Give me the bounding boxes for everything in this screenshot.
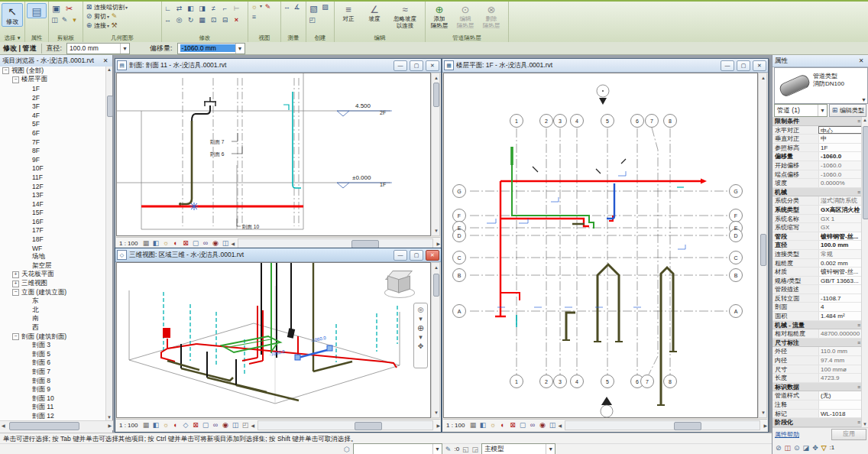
tree-expander-icon[interactable] (24, 307, 30, 313)
section-close-button[interactable]: ✕ (426, 60, 439, 71)
tree-expander-icon[interactable] (24, 245, 30, 251)
tree-item[interactable]: 剖面 6 (0, 359, 107, 368)
tree-expander-icon[interactable] (24, 352, 30, 357)
cope-dropdown-arrow[interactable]: ▾ (125, 5, 128, 10)
tree-item[interactable]: 剖面 8 (0, 377, 107, 386)
property-row[interactable]: 偏移量 -1060.0 (772, 152, 863, 161)
editable-only-icon[interactable]: ✎ (445, 446, 452, 453)
property-row[interactable]: 坡度 0.0000% (772, 179, 863, 188)
sun-path-icon[interactable]: ☼ (161, 239, 170, 248)
properties-toggle-button[interactable]: ▤ (27, 3, 47, 18)
cut-icon[interactable]: ✂ (63, 3, 75, 15)
crop-view-icon[interactable]: ⊠ (508, 421, 517, 430)
vcb-expand-arrow[interactable]: ◀ (558, 421, 562, 430)
property-value[interactable]: 镀锌钢管-丝... (818, 268, 863, 276)
plan-restore-button[interactable]: ▢ (737, 60, 750, 71)
tree-expander-icon[interactable] (24, 86, 30, 91)
property-value[interactable]: 100.0 mm (818, 241, 863, 249)
property-value[interactable]: GX 1 (818, 215, 863, 223)
apply-button[interactable]: 应用 (831, 429, 866, 440)
tree-expander-icon[interactable] (24, 201, 30, 206)
tree-expander-icon[interactable]: − (12, 76, 19, 83)
remove-insulation-button[interactable]: ⊗ 删除 隔热层 (479, 3, 504, 29)
window-section-titlebar[interactable]: ▤ 剖面: 剖面 11 - 水-没洁具.0001.rvt — ▢ ✕ (115, 59, 441, 73)
property-row[interactable]: 机械 (772, 188, 863, 197)
properties-scrollbar[interactable]: ▲ ▼ (861, 117, 868, 427)
window-plan[interactable]: ▦ 楼层平面: 1F - 水-没洁具.0001.rvt — ▢ ✕ (442, 58, 769, 433)
tree-expander-icon[interactable] (24, 405, 30, 410)
tree-expander-icon[interactable] (24, 157, 30, 162)
property-value[interactable]: 中心 (818, 126, 863, 135)
tree-item[interactable]: WF (0, 244, 107, 253)
cope-button[interactable]: ⊠ 连接端切割 ▾ (85, 3, 128, 11)
shadows-icon[interactable]: ◐ (171, 421, 180, 430)
section-minimize-button[interactable]: — (394, 60, 407, 71)
panel-edit-label[interactable]: 编辑 (335, 34, 425, 42)
tree-expander-icon[interactable] (24, 166, 30, 171)
slope-button[interactable]: ∠ 坡度 (362, 3, 387, 22)
join-dropdown-arrow[interactable]: ▾ (107, 23, 109, 28)
property-value[interactable] (818, 285, 863, 293)
type-selector[interactable]: 管道类型 消防DN100 ▼ (774, 67, 868, 104)
pipe-riser-olive[interactable] (179, 121, 192, 206)
pipe-red-selected[interactable] (141, 203, 303, 210)
3d-vertical-scrollbar[interactable]: ▲ ▼ (431, 262, 440, 418)
level-marker-1f[interactable]: ±0.000 1F (337, 174, 392, 188)
viewcube[interactable] (384, 268, 415, 298)
property-row[interactable]: 剖面 4 (772, 303, 863, 312)
tree-expander-icon[interactable] (24, 193, 30, 198)
tree-item[interactable]: 18F (0, 235, 107, 244)
tree-item[interactable]: + 三维视图 (0, 279, 107, 288)
measure-angle-icon[interactable]: ∡ (293, 3, 301, 11)
measure-icon[interactable]: ↔ (283, 3, 291, 11)
cut-dropdown-arrow[interactable]: ▾ (107, 14, 109, 19)
property-row[interactable]: 内径 97.4 mm (772, 356, 863, 365)
plan-pipe-blue[interactable] (607, 183, 614, 219)
3d-close-button[interactable]: ✕ (426, 250, 439, 261)
trim-icon[interactable]: ⌐ (221, 5, 229, 13)
scale-button[interactable]: 1 : 100 (119, 422, 138, 429)
paint-icon[interactable]: ✎ (110, 12, 118, 21)
property-row[interactable]: 系统缩写 GX (772, 223, 863, 232)
scale-button[interactable]: 1 : 100 (119, 240, 138, 247)
extend-icon[interactable]: ⊢ (232, 5, 241, 13)
property-value[interactable]: -1060.0 (818, 161, 863, 170)
property-value[interactable]: GX (818, 223, 863, 232)
crop-view-icon[interactable]: ⊠ (191, 421, 199, 430)
close-hidden-windows-icon[interactable]: ✎ (264, 3, 272, 11)
temporary-hide-icon[interactable]: ∞ (528, 421, 536, 430)
pan-icon[interactable]: ✥ (418, 342, 424, 350)
tree-item[interactable]: − 楼层平面 (0, 76, 107, 85)
property-row[interactable]: 尺寸 100 mmø (772, 365, 863, 375)
tree-item[interactable]: 7F (0, 138, 107, 147)
tree-expander-icon[interactable]: − (2, 67, 9, 74)
plan-pipes-green[interactable] (512, 147, 594, 229)
property-value[interactable]: 镀锌钢管-丝... (818, 232, 863, 241)
panel-geometry-label[interactable]: 几何图形 (83, 34, 161, 42)
tree-item[interactable]: 剖面 12 (0, 412, 107, 420)
type-selector-dropdown-arrow[interactable]: ▼ (861, 97, 866, 102)
tree-expander-icon[interactable]: + (12, 281, 19, 287)
tree-expander-icon[interactable] (24, 104, 30, 109)
tree-expander-icon[interactable] (24, 396, 30, 401)
diameter-dropdown-arrow[interactable]: ▼ (120, 44, 129, 54)
tree-expander-icon[interactable] (24, 263, 30, 268)
temporary-hide-icon[interactable]: ∞ (201, 239, 209, 248)
3d-canvas[interactable]: -1060.0 -1060.0 ◎ ▾ ⊕ ▾ ✥ (116, 262, 431, 418)
create-group-icon[interactable]: ▧ (308, 3, 319, 15)
tree-item[interactable]: 剖面 11 (0, 404, 107, 413)
offset-dropdown-arrow[interactable]: ▼ (235, 44, 245, 54)
property-row[interactable]: 尺寸标注 (772, 339, 863, 348)
hscroll-right-arrow[interactable]: ▶ (436, 239, 440, 248)
tree-item[interactable]: 9F (0, 155, 107, 164)
plan-canvas[interactable]: 12345678 12345678 GFEDCBA GFEDCBA (443, 73, 758, 418)
tree-item[interactable]: 16F (0, 217, 107, 226)
section-vertical-scrollbar[interactable]: ▲ ▼ (431, 73, 440, 236)
tree-expander-icon[interactable] (24, 210, 30, 216)
tree-item[interactable]: 17F (0, 226, 107, 235)
tree-expander-icon[interactable] (24, 148, 30, 154)
tree-item[interactable]: 11F (0, 173, 107, 182)
ignore-slope-button[interactable]: ≈ 忽略坡度 以连接 (388, 3, 422, 29)
instance-filter-select[interactable]: 管道 (1) ▼ (774, 104, 828, 117)
worksets-icon[interactable]: ⬡ (344, 446, 350, 453)
